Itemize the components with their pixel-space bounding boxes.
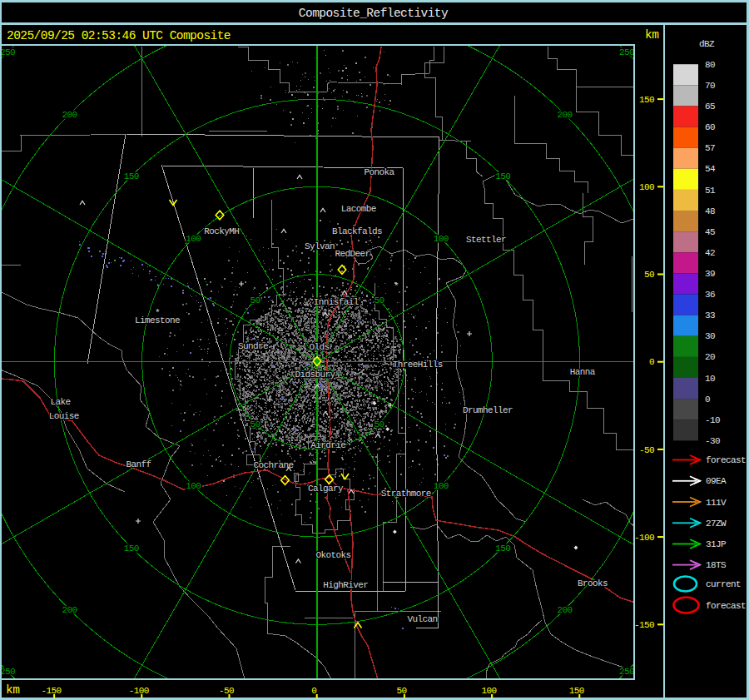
svg-text:Stettler: Stettler xyxy=(466,235,506,245)
svg-text:60: 60 xyxy=(705,122,715,132)
svg-text:54: 54 xyxy=(705,164,716,174)
svg-text:Didsbury: Didsbury xyxy=(295,370,336,380)
svg-text:150: 150 xyxy=(639,95,654,105)
svg-text:10: 10 xyxy=(705,374,715,384)
svg-text:km: km xyxy=(6,683,19,697)
svg-text:150: 150 xyxy=(569,686,584,696)
svg-text:200: 200 xyxy=(62,605,77,615)
svg-text:HighRiver: HighRiver xyxy=(323,580,368,590)
svg-text:65: 65 xyxy=(705,102,715,112)
svg-text:Strathmore: Strathmore xyxy=(381,489,431,499)
svg-text:dBZ: dBZ xyxy=(699,39,715,49)
svg-text:100: 100 xyxy=(186,481,201,491)
svg-text:Sylvan: Sylvan xyxy=(305,241,335,251)
svg-text:Olds: Olds xyxy=(310,342,330,352)
svg-text:-150: -150 xyxy=(42,686,62,696)
svg-text:forecast: forecast xyxy=(706,601,746,611)
svg-text:100: 100 xyxy=(434,234,449,244)
svg-text:150: 150 xyxy=(495,171,510,181)
svg-text:Airdrie: Airdrie xyxy=(310,440,345,450)
svg-text:km: km xyxy=(645,28,658,42)
svg-text:100: 100 xyxy=(186,234,201,244)
svg-text:-150: -150 xyxy=(634,620,654,630)
svg-text:33: 33 xyxy=(705,310,715,320)
svg-text:50: 50 xyxy=(250,420,260,429)
svg-text:50: 50 xyxy=(250,295,260,305)
svg-text:Blackfalds: Blackfalds xyxy=(332,226,382,236)
svg-text:39: 39 xyxy=(705,269,715,279)
svg-text:0: 0 xyxy=(311,686,316,696)
svg-text:30: 30 xyxy=(705,331,715,341)
svg-text:50: 50 xyxy=(374,295,384,305)
svg-text:42: 42 xyxy=(705,248,715,258)
svg-text:Ponoka: Ponoka xyxy=(365,167,395,177)
svg-text:2025/09/25 02:53:46 UTC Compos: 2025/09/25 02:53:46 UTC Composite xyxy=(7,29,231,42)
svg-text:50: 50 xyxy=(644,270,654,280)
svg-text:20: 20 xyxy=(705,352,715,362)
svg-text:200: 200 xyxy=(558,110,573,120)
svg-text:Calgary: Calgary xyxy=(308,484,344,494)
svg-text:57: 57 xyxy=(705,143,715,153)
svg-text:250: 250 xyxy=(0,47,15,57)
svg-text:150: 150 xyxy=(124,544,139,554)
svg-text:200: 200 xyxy=(558,605,573,615)
svg-text:09EA: 09EA xyxy=(706,476,727,486)
svg-text:Brooks: Brooks xyxy=(578,578,608,588)
svg-text:-50: -50 xyxy=(639,445,654,455)
svg-text:-100: -100 xyxy=(634,533,654,543)
svg-text:80: 80 xyxy=(705,60,715,70)
svg-text:Lacombe: Lacombe xyxy=(341,204,376,214)
svg-text:*: * xyxy=(155,308,160,318)
svg-text:forecast: forecast xyxy=(706,455,746,465)
svg-text:50: 50 xyxy=(374,420,384,429)
svg-text:200: 200 xyxy=(62,110,77,120)
svg-text:100: 100 xyxy=(434,481,449,491)
svg-text:48: 48 xyxy=(705,206,715,216)
svg-text:45: 45 xyxy=(705,227,715,237)
svg-text:-30: -30 xyxy=(705,436,720,446)
svg-text:*: * xyxy=(394,281,399,291)
svg-text:Composite_Reflectivity: Composite_Reflectivity xyxy=(299,7,449,20)
svg-text:Sundre: Sundre xyxy=(238,341,268,351)
svg-text:51: 51 xyxy=(705,186,716,196)
svg-text:31JP: 31JP xyxy=(706,539,727,549)
svg-text:250: 250 xyxy=(619,667,634,677)
svg-text:0: 0 xyxy=(705,395,710,405)
svg-text:150: 150 xyxy=(124,171,139,181)
svg-text:Innisfail: Innisfail xyxy=(314,297,359,307)
svg-text:27ZW: 27ZW xyxy=(706,519,727,529)
svg-text:150: 150 xyxy=(495,544,510,554)
svg-text:Vulcan: Vulcan xyxy=(408,614,438,624)
svg-text:Lake: Lake xyxy=(51,397,71,407)
svg-text:0: 0 xyxy=(649,357,654,367)
svg-text:36: 36 xyxy=(705,290,715,300)
svg-text:70: 70 xyxy=(705,81,715,91)
svg-text:Okotoks: Okotoks xyxy=(315,550,350,560)
svg-text:ThreeHills: ThreeHills xyxy=(393,360,443,370)
svg-text:Banff: Banff xyxy=(126,459,151,469)
svg-text:Hanna: Hanna xyxy=(570,367,596,377)
svg-text:111V: 111V xyxy=(706,498,727,508)
svg-text:Drumheller: Drumheller xyxy=(463,405,513,415)
svg-text:250: 250 xyxy=(619,47,634,57)
svg-text:100: 100 xyxy=(639,182,654,192)
svg-text:-100: -100 xyxy=(129,686,149,696)
svg-text:-50: -50 xyxy=(219,686,234,696)
svg-text:50: 50 xyxy=(396,686,406,696)
svg-text:current: current xyxy=(706,579,741,589)
svg-text:250: 250 xyxy=(0,667,15,677)
svg-text:-10: -10 xyxy=(705,415,720,425)
svg-text:Louise: Louise xyxy=(49,411,79,421)
svg-text:RockyMH: RockyMH xyxy=(204,226,239,236)
svg-text:100: 100 xyxy=(482,686,497,696)
svg-text:RedDeer: RedDeer xyxy=(335,249,370,259)
svg-text:18TS: 18TS xyxy=(706,560,727,570)
